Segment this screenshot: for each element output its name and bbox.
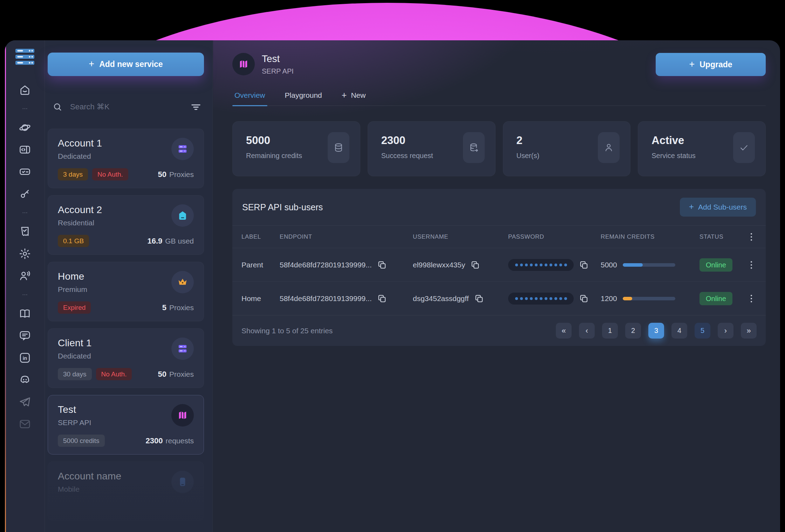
service-card-account-1[interactable]: Account 1 Dedicated 3 days No Auth. 50Pr… xyxy=(48,129,204,188)
affiliate-user-icon[interactable] xyxy=(19,270,31,282)
copy-icon[interactable] xyxy=(579,260,588,270)
home-icon[interactable] xyxy=(19,83,31,96)
tab-label: Overview xyxy=(234,91,265,100)
service-type: Mobile xyxy=(58,485,121,493)
badge-credits: 5000 credits xyxy=(58,435,105,447)
table-header: LABEL ENDPOINT USERNAME PASSWORD REMAIN … xyxy=(232,225,766,248)
add-new-service-button[interactable]: + Add new service xyxy=(48,53,204,76)
pagination-next-button[interactable]: › xyxy=(718,323,733,339)
service-card-client-1[interactable]: Client 1 Dedicated 30 days No Auth. 50Pr… xyxy=(48,328,204,388)
service-name: Home xyxy=(58,271,87,282)
linkedin-icon[interactable]: in xyxy=(19,352,31,364)
stat-users: 2 User(s) xyxy=(503,121,631,176)
credits-progress-fill xyxy=(623,297,632,300)
filter-icon[interactable] xyxy=(190,101,202,113)
page-title: Test xyxy=(262,53,294,64)
badge-no-auth: No Auth. xyxy=(92,168,128,180)
service-stat-label: Proxies xyxy=(169,170,194,178)
stat-remaining-credits: 5000 Remaining credits xyxy=(232,121,360,176)
proxy-checker-icon[interactable] xyxy=(19,165,31,178)
service-search-input[interactable] xyxy=(69,102,183,112)
docs-book-icon[interactable] xyxy=(19,307,31,320)
pagination-page-2[interactable]: 2 xyxy=(625,323,641,339)
planet-icon[interactable] xyxy=(19,121,31,134)
copy-icon[interactable] xyxy=(471,260,480,270)
crown-icon xyxy=(171,271,194,293)
tab-label: Playground xyxy=(285,91,322,100)
kebab-menu-icon[interactable] xyxy=(746,293,757,304)
upgrade-label: Upgrade xyxy=(699,60,732,69)
pagination-prev-button[interactable]: ‹ xyxy=(579,323,595,339)
copy-icon[interactable] xyxy=(475,294,484,303)
table-footer: Showing 1 to 5 of 25 entries « ‹ 1 2 3 4… xyxy=(232,315,766,346)
chat-icon[interactable] xyxy=(19,329,31,342)
badge-expired: Expired xyxy=(58,301,91,314)
email-icon[interactable] xyxy=(19,418,31,430)
status-badge: Online xyxy=(699,258,732,272)
plus-icon: + xyxy=(89,59,94,69)
pagination-page-1[interactable]: 1 xyxy=(602,323,618,339)
icon-rail: in xyxy=(5,40,45,532)
database-icon xyxy=(328,132,349,163)
kebab-menu-icon[interactable] xyxy=(746,232,757,242)
house-icon xyxy=(171,204,194,227)
app-window: in + Add new service xyxy=(5,40,780,532)
pagination-page-5[interactable]: 5 xyxy=(695,323,710,339)
copy-icon[interactable] xyxy=(377,260,387,270)
service-card-account-2[interactable]: Account 2 Residential 0.1 GB 16.9GB used xyxy=(48,195,204,255)
credits-progress xyxy=(623,263,675,267)
key-icon[interactable] xyxy=(19,187,31,200)
pagination-page-3[interactable]: 3 xyxy=(648,323,664,339)
service-name: Account name xyxy=(58,471,121,482)
service-name: Test xyxy=(58,404,91,415)
row-label: Home xyxy=(241,294,280,303)
telegram-icon[interactable] xyxy=(19,396,31,408)
main-content: Test SERP API + Upgrade Overview Playgro… xyxy=(213,40,780,532)
more-icon[interactable] xyxy=(19,292,31,298)
tab-overview[interactable]: Overview xyxy=(232,87,267,105)
masked-password xyxy=(508,293,574,305)
database-export-icon xyxy=(463,132,485,163)
more-icon[interactable] xyxy=(19,105,31,112)
subusers-title: SERP API sub-users xyxy=(242,202,323,212)
map-icon xyxy=(171,404,194,427)
discord-icon[interactable] xyxy=(19,374,31,386)
service-card-account-name[interactable]: Account name Mobile xyxy=(48,462,204,521)
add-subusers-button[interactable]: + Add Sub-users xyxy=(680,198,756,217)
service-type: Dedicated xyxy=(58,152,102,161)
status-badge: Online xyxy=(699,292,732,305)
username-value: el998lewxx435y xyxy=(413,261,465,269)
receipt-icon[interactable] xyxy=(19,225,31,238)
pagination-page-4[interactable]: 4 xyxy=(671,323,687,339)
service-type: Premium xyxy=(58,285,87,294)
badge-days: 30 days xyxy=(58,368,92,380)
svg-text:in: in xyxy=(22,355,27,361)
code-window-icon[interactable] xyxy=(19,143,31,156)
kebab-menu-icon[interactable] xyxy=(746,260,757,270)
service-card-home[interactable]: Home Premium Expired 5Proxies xyxy=(48,262,204,321)
table-row: Home 58f4de68fd728019139999... dsg3452as… xyxy=(232,281,766,315)
username-value: dsg3452assdggff xyxy=(413,294,469,303)
app-logo-icon[interactable] xyxy=(15,49,34,65)
entries-summary: Showing 1 to 5 of 25 entries xyxy=(241,327,333,335)
col-password: PASSWORD xyxy=(508,233,601,240)
service-card-test[interactable]: Test SERP API 5000 credits 2300requests xyxy=(48,395,204,455)
credits-value: 1200 xyxy=(601,294,617,303)
tab-new[interactable]: + New xyxy=(340,87,368,105)
tab-playground[interactable]: Playground xyxy=(283,87,324,105)
copy-icon[interactable] xyxy=(377,294,387,303)
row-label: Parent xyxy=(241,261,280,269)
pagination-first-button[interactable]: « xyxy=(556,323,572,339)
check-icon xyxy=(733,132,755,163)
server-icon xyxy=(171,138,194,160)
pagination-last-button[interactable]: » xyxy=(741,323,757,339)
col-endpoint: ENDPOINT xyxy=(280,233,413,240)
pagination: « ‹ 1 2 3 4 5 › » xyxy=(556,323,757,339)
settings-gear-icon[interactable] xyxy=(19,247,31,260)
page-subtitle: SERP API xyxy=(262,67,294,75)
badge-days: 3 days xyxy=(58,168,88,180)
upgrade-button[interactable]: + Upgrade xyxy=(656,53,766,76)
stat-service-status: Active Service status xyxy=(638,121,766,176)
more-icon[interactable] xyxy=(19,210,31,216)
copy-icon[interactable] xyxy=(579,294,588,303)
